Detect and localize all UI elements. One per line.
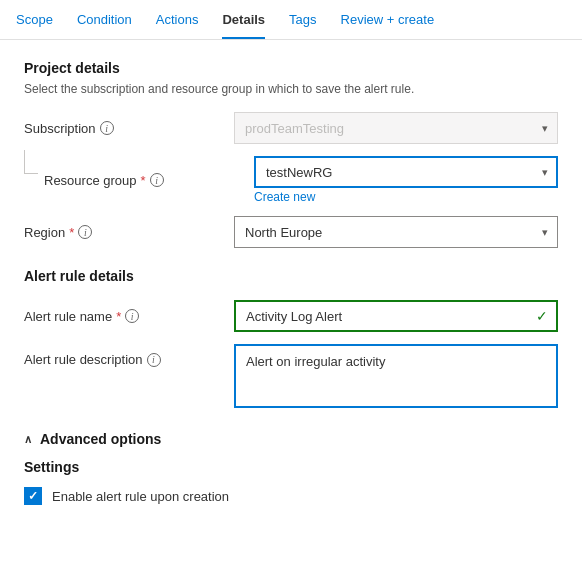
enable-alert-row: Enable alert rule upon creation [24, 487, 558, 505]
advanced-options-section: ∧ Advanced options Settings Enable alert… [24, 431, 558, 505]
tab-condition[interactable]: Condition [77, 0, 132, 39]
resource-group-select-wrapper: testNewRG ▾ [254, 156, 558, 188]
alert-rule-desc-label-text: Alert rule description [24, 352, 143, 367]
alert-rule-name-label: Alert rule name * i [24, 309, 234, 324]
alert-rule-name-row: Alert rule name * i ✓ [24, 300, 558, 332]
subscription-info-icon[interactable]: i [100, 121, 114, 135]
nav-tabs: Scope Condition Actions Details Tags Rev… [0, 0, 582, 40]
subscription-label: Subscription i [24, 121, 234, 136]
region-required: * [69, 225, 74, 240]
enable-alert-label: Enable alert rule upon creation [52, 489, 229, 504]
resource-group-required: * [141, 173, 146, 188]
resource-group-label-text: Resource group [44, 173, 137, 188]
alert-rule-desc-row: Alert rule description i Alert on irregu… [24, 344, 558, 411]
advanced-options-title: Advanced options [40, 431, 161, 447]
subscription-row: Subscription i prodTeamTesting ▾ [24, 112, 558, 144]
resource-group-select[interactable]: testNewRG [254, 156, 558, 188]
advanced-chevron-up-icon: ∧ [24, 433, 32, 446]
alert-rule-name-label-text: Alert rule name [24, 309, 112, 324]
alert-rule-name-check-icon: ✓ [536, 308, 548, 324]
alert-rule-name-control: ✓ [234, 300, 558, 332]
project-details-title: Project details [24, 60, 558, 76]
indent-line [24, 150, 38, 174]
project-details-desc: Select the subscription and resource gro… [24, 82, 558, 96]
advanced-options-toggle[interactable]: ∧ Advanced options [24, 431, 558, 447]
alert-rule-desc-control: Alert on irregular activity [234, 344, 558, 411]
subscription-select-wrapper: prodTeamTesting ▾ [234, 112, 558, 144]
resource-group-info-icon[interactable]: i [150, 173, 164, 187]
resource-group-row: Resource group * i testNewRG ▾ Create ne… [24, 156, 558, 204]
alert-rule-name-input-wrapper: ✓ [234, 300, 558, 332]
region-label: Region * i [24, 225, 234, 240]
page-content: Project details Select the subscription … [0, 40, 582, 525]
region-label-text: Region [24, 225, 65, 240]
alert-rule-desc-info-icon[interactable]: i [147, 353, 161, 367]
subscription-control: prodTeamTesting ▾ [234, 112, 558, 144]
region-select[interactable]: North Europe [234, 216, 558, 248]
enable-alert-checkbox[interactable] [24, 487, 42, 505]
alert-rule-desc-textarea[interactable]: Alert on irregular activity [234, 344, 558, 408]
region-control: North Europe ▾ [234, 216, 558, 248]
subscription-label-text: Subscription [24, 121, 96, 136]
region-info-icon[interactable]: i [78, 225, 92, 239]
alert-rule-name-input[interactable] [234, 300, 558, 332]
settings-title: Settings [24, 459, 558, 475]
resource-group-label: Resource group * i [44, 173, 254, 188]
alert-rule-name-required: * [116, 309, 121, 324]
tab-details[interactable]: Details [222, 0, 265, 39]
alert-rule-name-info-icon[interactable]: i [125, 309, 139, 323]
section-divider: Alert rule details [24, 268, 558, 284]
resource-group-control: testNewRG ▾ Create new [254, 156, 558, 204]
subscription-select[interactable]: prodTeamTesting [234, 112, 558, 144]
tab-scope[interactable]: Scope [16, 0, 53, 39]
region-row: Region * i North Europe ▾ [24, 216, 558, 248]
region-select-wrapper: North Europe ▾ [234, 216, 558, 248]
tab-review-create[interactable]: Review + create [341, 0, 435, 39]
tab-tags[interactable]: Tags [289, 0, 316, 39]
tab-actions[interactable]: Actions [156, 0, 199, 39]
advanced-options-content: Settings Enable alert rule upon creation [24, 459, 558, 505]
alert-rule-desc-label: Alert rule description i [24, 344, 234, 367]
create-new-link[interactable]: Create new [254, 190, 558, 204]
alert-rule-details-title: Alert rule details [24, 268, 558, 284]
